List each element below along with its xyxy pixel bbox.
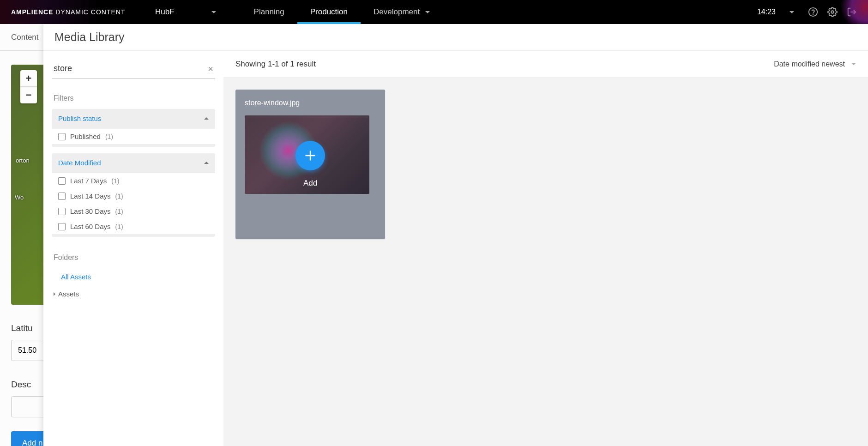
filter-options: Published (1) bbox=[52, 128, 215, 147]
add-asset-button[interactable] bbox=[295, 141, 325, 170]
nav-tabs: Planning Production Development bbox=[241, 0, 443, 24]
filters-panel: × Filters Publish status Published (1) bbox=[43, 51, 223, 446]
results-panel: Showing 1-1 of 1 result Date modified ne… bbox=[223, 51, 868, 446]
all-assets-link[interactable]: All Assets bbox=[52, 270, 215, 283]
filter-option-label: Last 14 Days bbox=[70, 192, 111, 200]
sort-label: Date modified newest bbox=[774, 60, 845, 68]
filter-option-count: (1) bbox=[105, 133, 113, 140]
filter-option-last-7-days[interactable]: Last 7 Days (1) bbox=[52, 173, 215, 188]
media-library-overlay: Media Library × Filters Publish status bbox=[0, 24, 868, 446]
chevron-down-icon bbox=[851, 63, 856, 65]
nav-tab-production[interactable]: Production bbox=[297, 0, 361, 24]
filter-option-published[interactable]: Published (1) bbox=[52, 129, 215, 144]
chevron-down-icon bbox=[790, 11, 794, 13]
filter-section-toggle[interactable]: Date Modified bbox=[52, 153, 215, 172]
filter-option-label: Published bbox=[70, 133, 101, 140]
filter-option-last-30-days[interactable]: Last 30 Days (1) bbox=[52, 204, 215, 219]
media-library-modal: Media Library × Filters Publish status bbox=[43, 24, 868, 446]
plus-icon bbox=[304, 149, 317, 162]
filter-option-label: Last 7 Days bbox=[70, 177, 107, 185]
topbar-right: 14:23 bbox=[757, 0, 868, 24]
help-icon[interactable] bbox=[808, 7, 818, 17]
filter-section-toggle[interactable]: Publish status bbox=[52, 109, 215, 128]
nav-tab-planning[interactable]: Planning bbox=[241, 0, 297, 24]
chevron-up-icon bbox=[204, 162, 209, 164]
time-label: 14:23 bbox=[757, 8, 776, 16]
filter-section-publish-status: Publish status Published (1) bbox=[52, 109, 215, 147]
checkbox[interactable] bbox=[58, 223, 66, 230]
chevron-right-icon bbox=[54, 292, 55, 296]
filter-section-title: Publish status bbox=[58, 115, 101, 122]
nav-tab-label: Planning bbox=[254, 7, 284, 17]
filter-option-label: Last 60 Days bbox=[70, 223, 111, 230]
clear-search-icon[interactable]: × bbox=[208, 64, 213, 74]
logout-icon[interactable] bbox=[847, 7, 857, 17]
add-overlay: Add bbox=[235, 90, 385, 239]
filter-section-date-modified: Date Modified Last 7 Days (1) Last 14 Da… bbox=[52, 153, 215, 237]
svg-point-1 bbox=[813, 14, 814, 14]
modal-header: Media Library bbox=[43, 24, 868, 51]
logo-product: DYNAMIC CONTENT bbox=[55, 8, 125, 16]
svg-point-2 bbox=[831, 11, 834, 13]
add-label: Add bbox=[303, 179, 317, 188]
asset-card[interactable]: store-window.jpg Add bbox=[235, 90, 385, 239]
filter-option-label: Last 30 Days bbox=[70, 207, 111, 215]
filter-option-last-14-days[interactable]: Last 14 Days (1) bbox=[52, 188, 215, 204]
hub-name: HubF bbox=[155, 7, 175, 17]
checkbox[interactable] bbox=[58, 208, 66, 215]
results-header: Showing 1-1 of 1 result Date modified ne… bbox=[223, 51, 868, 78]
logo: AMPLIENCE DYNAMIC CONTENT bbox=[11, 8, 125, 16]
modal-body: × Filters Publish status Published (1) bbox=[43, 51, 868, 446]
folder-label: Assets bbox=[58, 290, 79, 298]
logo-area: AMPLIENCE DYNAMIC CONTENT bbox=[0, 0, 144, 24]
gear-icon[interactable] bbox=[827, 7, 838, 17]
hub-selector[interactable]: HubF bbox=[144, 0, 227, 24]
filter-option-last-60-days[interactable]: Last 60 Days (1) bbox=[52, 219, 215, 234]
sort-dropdown[interactable]: Date modified newest bbox=[774, 60, 856, 68]
nav-tab-development[interactable]: Development bbox=[361, 0, 443, 24]
folder-assets[interactable]: Assets bbox=[52, 287, 215, 301]
nav-tab-label: Development bbox=[374, 7, 420, 17]
filter-option-count: (1) bbox=[115, 223, 123, 230]
filter-option-count: (1) bbox=[115, 193, 123, 200]
chevron-down-icon bbox=[211, 11, 216, 13]
results-count: Showing 1-1 of 1 result bbox=[235, 60, 316, 69]
search-input[interactable] bbox=[52, 59, 215, 78]
filter-option-count: (1) bbox=[111, 177, 119, 185]
search-wrap: × bbox=[52, 59, 215, 78]
folders-heading: Folders bbox=[54, 253, 215, 262]
filter-section-title: Date Modified bbox=[58, 159, 101, 167]
filter-option-count: (1) bbox=[115, 208, 123, 215]
filter-options: Last 7 Days (1) Last 14 Days (1) Last 30… bbox=[52, 172, 215, 237]
nav-tab-label: Production bbox=[310, 7, 348, 17]
filters-heading: Filters bbox=[54, 94, 215, 102]
chevron-up-icon bbox=[204, 117, 209, 120]
overlay-gap bbox=[0, 24, 43, 446]
time-selector[interactable]: 14:23 bbox=[757, 8, 799, 16]
modal-title: Media Library bbox=[54, 30, 124, 44]
checkbox[interactable] bbox=[58, 133, 66, 140]
chevron-down-icon bbox=[425, 11, 430, 13]
top-bar: AMPLIENCE DYNAMIC CONTENT HubF Planning … bbox=[0, 0, 868, 24]
logo-brand: AMPLIENCE bbox=[11, 8, 53, 16]
checkbox[interactable] bbox=[58, 193, 66, 200]
results-grid: store-window.jpg Add bbox=[223, 78, 868, 251]
checkbox[interactable] bbox=[58, 177, 66, 185]
